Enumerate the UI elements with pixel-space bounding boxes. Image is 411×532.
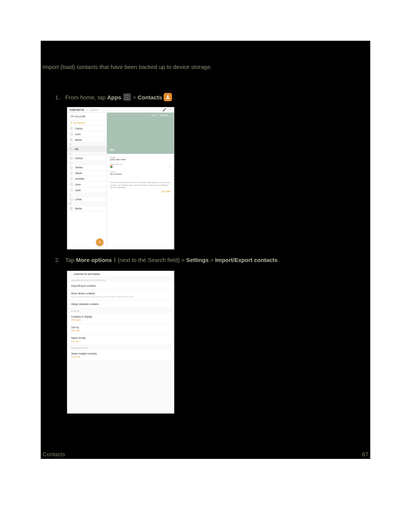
- google-icon: [110, 165, 113, 168]
- settings-group-header: MORE SETTINGS: [67, 345, 174, 350]
- permission-note: To view recent events and a list of reco…: [107, 180, 174, 190]
- step-2: 2. Tap More options (next to the Search …: [55, 257, 281, 263]
- settings-item[interactable]: Share multiple contactsAs one file: [67, 350, 174, 361]
- apps-label: Apps: [107, 94, 121, 101]
- settings-item[interactable]: Sort byFirst name: [67, 324, 174, 334]
- settings-header: ‹ CONTACTS SETTINGS: [67, 271, 174, 277]
- search-placeholder[interactable]: Search: [90, 109, 98, 111]
- favorites-header: ★ FAVORITES: [67, 120, 107, 126]
- settings-item[interactable]: Import/Export contacts: [67, 282, 174, 290]
- contacts-list-pane: Set my profile ★ FAVORITES CCarlos JJohn…: [67, 113, 107, 249]
- step-sep: >: [133, 94, 136, 101]
- list-item[interactable]: JJohn: [67, 182, 107, 187]
- avatar: M: [70, 138, 73, 142]
- svg-point-3: [124, 97, 126, 98]
- list-item[interactable]: CCarlos: [67, 126, 107, 131]
- more-icon[interactable]: ⋮: [169, 108, 172, 112]
- svg-point-0: [124, 94, 126, 96]
- star-icon: ★: [70, 121, 72, 124]
- svg-point-1: [127, 94, 128, 96]
- section-header: L: [67, 193, 107, 197]
- contacts-icon: [164, 93, 172, 101]
- groups-value[interactable]: My contacts: [110, 173, 171, 175]
- svg-point-4: [127, 97, 128, 98]
- list-item[interactable]: JJennifer: [67, 176, 107, 182]
- add-contact-fab[interactable]: +: [96, 238, 104, 246]
- avatar: J: [70, 189, 73, 192]
- settings-label: Settings: [186, 257, 209, 263]
- avatar: C: [70, 157, 73, 160]
- back-icon[interactable]: ‹: [70, 272, 72, 276]
- svg-point-6: [124, 99, 126, 100]
- contact-detail-pane: EDIT SHARE ⋮ Bill ☆ Mobile (555) 555-444…: [107, 113, 174, 249]
- more-options-label: More options: [76, 257, 112, 263]
- avatar: J: [70, 177, 73, 181]
- avatar: J: [70, 183, 73, 186]
- section-header: J: [67, 161, 107, 165]
- edit-button[interactable]: EDIT: [152, 114, 158, 117]
- step-text: Tap: [65, 257, 75, 263]
- avatar: B: [70, 147, 73, 151]
- section-header: B: [67, 143, 107, 146]
- manual-page: Import (load) contacts that have been ba…: [41, 41, 370, 459]
- avatar: J: [70, 171, 73, 175]
- settings-item[interactable]: Name formatFirst, last: [67, 334, 174, 345]
- list-item[interactable]: BBill: [67, 146, 107, 152]
- list-item[interactable]: CCarlos: [67, 155, 107, 161]
- step-tail: .: [174, 94, 175, 101]
- step-text: From home, tap: [65, 94, 106, 101]
- section-header: M: [67, 202, 107, 206]
- more-icon[interactable]: ⋮: [169, 114, 172, 117]
- list-item[interactable]: MMaria: [67, 206, 107, 211]
- avatar: J: [70, 166, 73, 169]
- contacts-label: Contacts: [138, 94, 162, 101]
- footer-section: Contacts: [43, 451, 65, 457]
- contact-header: EDIT SHARE ⋮ Bill ☆: [107, 113, 174, 154]
- contact-name: Bill: [110, 148, 114, 152]
- mobile-value[interactable]: (555) 555-4444: [110, 158, 171, 161]
- settings-item[interactable]: Contacts to displayAll contacts: [67, 313, 174, 324]
- svg-point-7: [127, 99, 128, 100]
- step-sep: >: [210, 257, 213, 263]
- settings-item[interactable]: Move device contactsMove contacts saved …: [67, 290, 174, 300]
- intro-text: Import (load) contacts that have been ba…: [43, 64, 212, 70]
- screenshot-contacts-settings: ‹ CONTACTS SETTINGS MANAGE AND BACK UP C…: [67, 271, 174, 414]
- allow-button[interactable]: ALLOW: [107, 190, 174, 195]
- list-item[interactable]: MMaria: [67, 137, 107, 143]
- avatar: L: [70, 198, 73, 201]
- contact-details: Mobile (555) 555-4444 Connected via ✎ Gr…: [107, 154, 174, 180]
- list-item[interactable]: JJason: [67, 170, 107, 176]
- step-tail: .: [279, 257, 280, 263]
- contacts-topbar: CONTACTS ⌕ Search 🎤 ⋮: [67, 107, 174, 113]
- step-1: 1. From home, tap Apps > Contacts .: [55, 93, 175, 101]
- step-number: 2.: [55, 257, 60, 263]
- contacts-title: CONTACTS: [70, 109, 84, 111]
- set-my-profile[interactable]: Set my profile: [67, 113, 107, 120]
- favorite-star-icon[interactable]: ☆: [169, 149, 172, 152]
- list-item[interactable]: JJuan: [67, 187, 107, 193]
- list-item[interactable]: LLinda: [67, 197, 107, 202]
- svg-point-8: [129, 99, 130, 100]
- list-item[interactable]: JJohn: [67, 131, 107, 137]
- screenshot-contacts-app: CONTACTS ⌕ Search 🎤 ⋮ Set my profile ★ F…: [67, 107, 174, 249]
- avatar: C: [70, 127, 73, 130]
- share-button[interactable]: SHARE: [160, 114, 168, 117]
- settings-group-header: DISPLAY: [67, 308, 174, 313]
- step-text: (next to the Search field) >: [118, 257, 185, 263]
- import-export-label: Import/Export contacts: [215, 257, 277, 263]
- more-options-icon: [113, 258, 116, 262]
- settings-group-header: MANAGE AND BACK UP CONTACTS: [67, 277, 174, 282]
- footer-page-number: 67: [362, 451, 368, 457]
- search-icon[interactable]: ⌕: [86, 109, 88, 111]
- svg-point-2: [129, 94, 130, 96]
- edit-icon[interactable]: ✎: [169, 165, 171, 168]
- apps-icon: [123, 93, 131, 101]
- settings-title: CONTACTS SETTINGS: [74, 273, 100, 275]
- list-item[interactable]: JJames: [67, 165, 107, 170]
- section-header: C: [67, 152, 107, 155]
- step-number: 1.: [55, 94, 60, 101]
- svg-point-5: [129, 97, 130, 98]
- mic-icon[interactable]: 🎤: [162, 108, 166, 112]
- avatar: J: [70, 133, 73, 136]
- settings-item[interactable]: Merge duplicate contacts: [67, 300, 174, 308]
